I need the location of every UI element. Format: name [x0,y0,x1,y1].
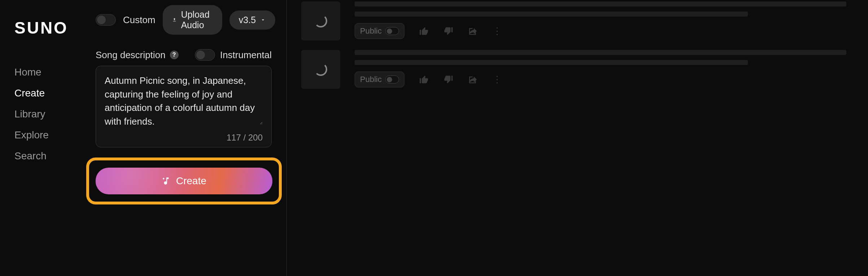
result-thumbnail [301,50,340,89]
result-thumbnail [301,1,340,40]
char-counter: 117 / 200 [105,133,263,143]
result-item: Public ⋮ [301,50,846,89]
chevron-down-icon [260,17,266,23]
upload-label: Upload Audio [181,9,213,30]
upload-icon [172,16,177,24]
skeleton-line [355,1,846,7]
custom-toggle[interactable] [96,14,116,26]
thumbs-up-icon[interactable] [419,74,429,85]
instrumental-label: Instrumental [220,49,272,61]
share-icon[interactable] [468,26,478,36]
more-menu-icon[interactable]: ⋮ [492,74,501,85]
version-label: v3.5 [239,15,256,25]
sidebar: SUNO Home Create Library Explore Search [0,0,96,276]
result-item: Public ⋮ [301,1,846,40]
results-panel: Public ⋮ Public [301,0,868,276]
instrumental-toggle[interactable] [195,49,215,61]
public-label: Public [360,26,382,36]
description-input[interactable] [105,74,263,125]
description-box: 117 / 200 [96,66,272,147]
loading-spinner-icon [314,14,327,27]
mini-toggle[interactable] [385,76,399,83]
create-button[interactable]: Create [96,168,272,194]
create-top-row: Custom Upload Audio v3.5 [96,5,272,35]
help-icon[interactable]: ? [170,51,179,59]
create-button-label: Create [176,175,206,187]
mini-toggle[interactable] [385,27,399,35]
public-label: Public [360,75,382,84]
skeleton-line [355,60,748,65]
skeleton-line [355,50,846,55]
nav-library[interactable]: Library [14,108,81,120]
description-label: Song description [96,49,166,61]
nav-home[interactable]: Home [14,66,81,78]
create-button-highlight: Create [86,158,282,204]
version-selector[interactable]: v3.5 [229,10,275,30]
share-icon[interactable] [468,74,478,85]
thumbs-down-icon[interactable] [443,26,453,36]
public-toggle[interactable]: Public [355,72,404,87]
more-menu-icon[interactable]: ⋮ [492,26,501,37]
custom-label: Custom [123,14,155,26]
thumbs-down-icon[interactable] [443,74,453,85]
public-toggle[interactable]: Public [355,23,404,39]
loading-spinner-icon [314,63,327,76]
upload-audio-button[interactable]: Upload Audio [163,5,222,35]
thumbs-up-icon[interactable] [419,26,429,36]
skeleton-line [355,12,748,17]
logo: SUNO [14,18,81,38]
panel-divider [272,0,287,276]
music-sparkle-icon [162,176,171,186]
create-panel: Custom Upload Audio v3.5 Song descriptio… [96,0,272,276]
nav-create[interactable]: Create [14,87,81,99]
nav-explore[interactable]: Explore [14,129,81,141]
nav-search[interactable]: Search [14,150,81,162]
description-header: Song description ? Instrumental [96,49,272,61]
